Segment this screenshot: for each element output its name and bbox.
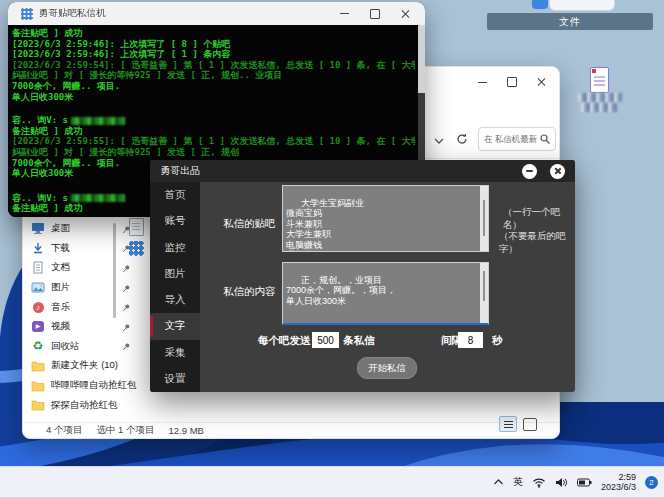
sidebar-item-folder[interactable]: 新建文件夹 (10): [29, 356, 131, 376]
folder-icon: [31, 379, 45, 392]
status-selected-count: 选中 1 个项目: [96, 424, 154, 437]
music-icon: [33, 302, 44, 313]
file-button-label: 文件: [559, 15, 581, 29]
interval-input[interactable]: [458, 332, 483, 348]
battery-icon[interactable]: [577, 478, 592, 487]
background-window-fragment: [549, 0, 615, 11]
explorer-status-bar: 4 个项目 选中 1 个项目 12.9 MB: [23, 422, 559, 438]
content-textarea[interactable]: 正，规创。，业项目 7000余个，网赚。，项目， 单人日收300米: [282, 262, 489, 325]
censored-contact: [71, 194, 125, 202]
file-item-app[interactable]: [129, 241, 144, 256]
sidebar-item-folder[interactable]: 探探自动抢红包: [29, 395, 131, 415]
tieba-list-label: 私信的贴吧: [223, 217, 276, 231]
explorer-search-box[interactable]: [478, 127, 556, 151]
terminal-titlebar: 勇哥贴吧私信机: [8, 2, 425, 25]
pin-icon[interactable]: [122, 279, 131, 297]
clock-time: 2:59: [601, 472, 636, 482]
nav-item-collect[interactable]: 采集: [150, 340, 200, 366]
interval-suffix: 秒: [492, 334, 503, 348]
app-close-button[interactable]: [550, 164, 565, 179]
search-input[interactable]: [479, 134, 539, 144]
downloads-icon: [31, 242, 45, 255]
system-tray: 英 2:59 2023/6/3 2: [493, 467, 658, 497]
thumbnail-view-toggle[interactable]: [523, 418, 537, 431]
desktop: 文件 桌面: [0, 0, 664, 497]
clock-date: 2023/6/3: [601, 482, 636, 492]
details-view-toggle[interactable]: [499, 416, 517, 432]
nav-item-text[interactable]: 文字: [150, 313, 200, 339]
pin-icon[interactable]: [122, 337, 131, 355]
shortcut-icon-art: [592, 69, 596, 73]
hint-one-per-line: （一行一个吧名）: [503, 206, 575, 232]
desktop-icon-caption-censored: [581, 103, 617, 112]
taskbar-clock[interactable]: 2:59 2023/6/3: [601, 472, 636, 492]
terminal-app-icon: [21, 8, 33, 20]
send-count-label: 每个吧发送: [258, 334, 311, 348]
nav-item-monitor[interactable]: 监控: [150, 235, 200, 261]
sidebar-scrollbar[interactable]: [113, 223, 116, 318]
taskbar: 英 2:59 2023/6/3 2: [0, 466, 664, 497]
documents-icon: [31, 261, 45, 274]
folder-icon: [31, 399, 45, 412]
pin-icon[interactable]: [122, 318, 131, 336]
nav-item-import[interactable]: 导入: [150, 287, 200, 313]
nav-item-account[interactable]: 账号: [150, 208, 200, 234]
sidebar-item-videos[interactable]: 视频: [29, 317, 131, 337]
nav-item-settings[interactable]: 设置: [150, 366, 200, 392]
nav-item-home[interactable]: 首页: [150, 182, 200, 208]
explorer-close-button[interactable]: [535, 75, 549, 89]
file-item-document[interactable]: [129, 218, 144, 236]
sidebar-item-recycle-bin[interactable]: 回收站: [29, 337, 131, 357]
address-dropdown-icon[interactable]: [433, 135, 445, 147]
desktop-icon: [31, 222, 45, 235]
recycle-bin-icon: [33, 340, 44, 352]
textarea-scrollbar[interactable]: [480, 263, 488, 323]
send-count-input[interactable]: [312, 332, 339, 348]
terminal-minimize-button[interactable]: [337, 7, 351, 21]
start-message-button[interactable]: 开始私信: [357, 357, 417, 379]
volume-icon[interactable]: [555, 477, 568, 488]
wifi-icon[interactable]: [532, 477, 546, 488]
pin-icon[interactable]: [122, 259, 131, 277]
desktop-shortcut-icon[interactable]: [590, 67, 609, 93]
textarea-scrollbar[interactable]: [480, 186, 488, 251]
terminal-close-button[interactable]: [399, 7, 413, 21]
background-window-fragment: [532, 0, 548, 9]
refresh-icon[interactable]: [455, 132, 469, 146]
tray-chevron-icon[interactable]: [493, 478, 504, 486]
app-titlebar: 勇哥出品: [150, 160, 575, 182]
tieba-list-textarea[interactable]: 大学生宝妈副业 微商宝妈 斗米兼职 大学生兼职 电脑赚钱 手机赚钱 兼职赚钱: [282, 185, 489, 252]
folder-icon: [31, 359, 45, 372]
content-label: 私信的内容: [223, 285, 276, 299]
ime-indicator[interactable]: 英: [513, 475, 523, 489]
censored-contact: [71, 117, 125, 125]
pictures-icon: [31, 281, 45, 294]
terminal-maximize-button[interactable]: [368, 7, 382, 21]
app-window: 勇哥出品 首页 账号 监控 图片 导入 文字 采集 设置 私信的贴吧 大学生宝妈…: [150, 160, 575, 392]
status-item-count: 4 个项目: [46, 424, 82, 437]
explorer-minimize-button[interactable]: [475, 75, 489, 89]
send-count-suffix: 条私信: [343, 334, 375, 348]
search-icon: [539, 133, 551, 145]
pin-icon[interactable]: [122, 298, 131, 316]
file-button[interactable]: 文件: [487, 13, 653, 30]
nav-item-pictures[interactable]: 图片: [150, 261, 200, 287]
explorer-maximize-button[interactable]: [505, 75, 519, 89]
status-size: 12.9 MB: [169, 425, 204, 436]
app-nav-sidebar: 首页 账号 监控 图片 导入 文字 采集 设置: [150, 182, 200, 392]
notification-badge[interactable]: 2: [645, 476, 658, 489]
app-minimize-button[interactable]: [522, 164, 537, 179]
videos-icon: [32, 321, 44, 332]
app-title: 勇哥出品: [150, 164, 200, 178]
sidebar-item-folder[interactable]: 哔哩哔哩自动抢红包: [29, 376, 131, 396]
hint-no-ba-suffix: （不要最后的吧字）: [499, 230, 575, 256]
desktop-icon-caption-censored: [578, 93, 622, 102]
terminal-title: 勇哥贴吧私信机: [39, 7, 106, 20]
